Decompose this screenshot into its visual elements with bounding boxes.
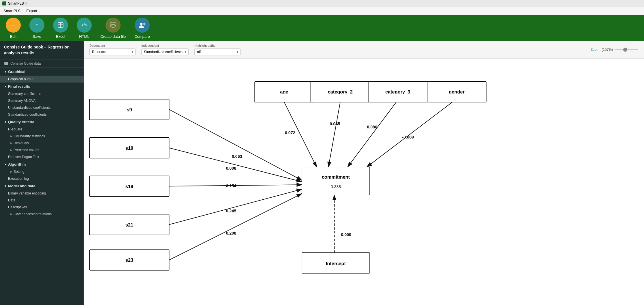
node-gender-label: gender — [449, 89, 465, 94]
coeff-cat3: 0.086 — [367, 125, 377, 129]
node-s21-label: s21 — [125, 222, 133, 227]
arrow-s23-commitment — [169, 194, 302, 260]
create-data-file-label: Create data file — [100, 34, 126, 39]
independent-select[interactable]: Standardized coefficients — [141, 48, 189, 55]
arrow-gender-commitment — [367, 102, 453, 167]
dependent-select-wrapper: R-square — [89, 48, 136, 55]
menu-bar: SmartPLS Export — [0, 7, 644, 15]
coeff-cat2: 0.045 — [330, 121, 340, 126]
diagram-area: 0.063 0.008 0.154 0.245 0.208 0.072 0.04… — [84, 59, 644, 305]
svg-point-4 — [140, 23, 142, 25]
independent-select-wrapper: Standardized coefficients — [141, 48, 189, 55]
sidebar-item-summary-anova[interactable]: Summary ANOVA — [0, 97, 84, 104]
sidebar-item-summary-coefficients[interactable]: Summary coefficients — [0, 90, 84, 97]
sidebar-item-unstandardized-coefficients[interactable]: Unstandardized coefficients — [0, 104, 84, 111]
node-category2-label: category_2 — [328, 89, 352, 94]
zoom-percent: (157%) — [602, 48, 613, 52]
compare-button[interactable]: Compare — [134, 18, 150, 39]
coeff-s23: 0.208 — [226, 231, 236, 235]
save-button[interactable]: ↑ Save — [29, 18, 44, 39]
title-bar: SmartPLS 4 — [0, 0, 644, 7]
coeff-age: 0.072 — [285, 130, 295, 135]
sidebar-item-binary-variable-encoding[interactable]: Binary variable encoding — [0, 190, 84, 197]
highlight-label: Highlight paths — [194, 44, 241, 47]
sidebar-item-residuals[interactable]: Residuals — [0, 140, 84, 147]
edit-icon: ← — [6, 18, 21, 33]
excel-label: Excel — [56, 34, 65, 39]
sidebar-item-standardized-coefficients[interactable]: Standardized coefficients — [0, 111, 84, 118]
node-s9-label: s9 — [127, 107, 132, 112]
content-area: Dependent R-square Independent Standardi… — [84, 41, 644, 305]
sidebar-item-graphical-output[interactable]: Graphical output — [0, 76, 84, 83]
create-data-file-icon — [106, 18, 121, 33]
arrow-s10-commitment — [169, 148, 302, 182]
save-label: Save — [33, 34, 41, 39]
coeff-intercept: 0.000 — [341, 232, 351, 237]
highlight-select-wrapper: off — [194, 48, 241, 55]
highlight-control: Highlight paths off — [194, 44, 241, 55]
dependent-select[interactable]: R-square — [89, 48, 136, 55]
sidebar-item-execution-log[interactable]: Execution log — [0, 175, 84, 182]
sidebar-item-breusch-pagan[interactable]: Breusch-Pagan Test — [0, 154, 84, 160]
sidebar-section-algorithm[interactable]: Algorithm — [0, 160, 84, 168]
controls-bar: Dependent R-square Independent Standardi… — [84, 41, 644, 59]
coeff-gender: -0.089 — [402, 135, 414, 139]
node-age-label: age — [280, 89, 288, 94]
sidebar-item-collinearity-statistics[interactable]: Collinearity statistics — [0, 133, 84, 140]
zoom-link[interactable]: Zoom — [591, 48, 600, 52]
sidebar-item-data[interactable]: Data — [0, 197, 84, 204]
svg-rect-6 — [4, 62, 8, 63]
svg-point-3 — [110, 22, 116, 25]
compare-icon — [135, 18, 150, 33]
highlight-select[interactable]: off — [194, 48, 241, 55]
node-commitment-label: commitment — [322, 174, 350, 179]
menu-export[interactable]: Export — [26, 9, 37, 13]
create-data-file-button[interactable]: Create data file — [100, 18, 126, 39]
save-icon: ↑ — [29, 18, 44, 33]
sidebar-section-final-results[interactable]: Final results — [0, 83, 84, 90]
arrow-s21-commitment — [169, 189, 302, 225]
sidebar: Consise Guide book – Regression analysis… — [0, 41, 84, 305]
node-commitment — [302, 167, 370, 195]
sidebar-item-setting[interactable]: Setting — [0, 168, 84, 175]
sidebar-item-covariances-correlations[interactable]: Covariances/correlations — [0, 211, 84, 218]
excel-icon — [53, 18, 68, 33]
edit-label: Edit — [10, 34, 16, 39]
arrow-category3-commitment — [348, 102, 396, 167]
node-intercept-label: Intercept — [326, 261, 346, 266]
coeff-s19: 0.154 — [226, 184, 236, 188]
node-commitment-rsquare: 0.338 — [331, 184, 341, 189]
toolbar: ← Edit ↑ Save Excel </> HTML Create data… — [0, 15, 644, 41]
node-s23-label: s23 — [125, 257, 133, 263]
app-title: SmartPLS 4 — [8, 1, 27, 5]
edit-button[interactable]: ← Edit — [6, 18, 21, 39]
html-icon: </> — [77, 18, 92, 33]
svg-rect-8 — [4, 64, 8, 65]
svg-point-5 — [143, 23, 145, 25]
arrow-category2-commitment — [328, 102, 340, 167]
independent-label: Independent — [141, 44, 189, 47]
sidebar-project-title: Consise Guide book – Regression analysis… — [0, 41, 84, 59]
zoom-slider[interactable] — [615, 49, 638, 50]
coeff-s10: 0.008 — [226, 166, 236, 171]
html-button[interactable]: </> HTML — [77, 18, 92, 39]
sidebar-section-model-data[interactable]: Model and data — [0, 182, 84, 190]
zoom-area: Zoom (157%) — [591, 48, 638, 52]
sidebar-section-graphical[interactable]: Graphical — [0, 68, 84, 76]
independent-control: Independent Standardized coefficients — [141, 44, 189, 55]
compare-label: Compare — [134, 34, 150, 39]
excel-button[interactable]: Excel — [53, 18, 68, 39]
node-s10-label: s10 — [125, 145, 133, 151]
node-s19-label: s19 — [125, 184, 133, 189]
sidebar-item-r-square[interactable]: R-square — [0, 126, 84, 133]
dependent-control: Dependent R-square — [89, 44, 136, 55]
node-category3-label: category_3 — [385, 89, 410, 94]
sidebar-item-predicted-values[interactable]: Predicted values — [0, 147, 84, 154]
sidebar-section-quality-criteria[interactable]: Quality criteria — [0, 118, 84, 126]
html-label: HTML — [79, 34, 89, 39]
sidebar-data-label: Consise Guide data — [0, 59, 84, 68]
menu-smartpls[interactable]: SmartPLS — [3, 9, 20, 13]
main-layout: Consise Guide book – Regression analysis… — [0, 41, 644, 305]
sidebar-item-descriptives[interactable]: Descriptives — [0, 204, 84, 211]
diagram-svg: 0.063 0.008 0.154 0.245 0.208 0.072 0.04… — [84, 59, 644, 305]
